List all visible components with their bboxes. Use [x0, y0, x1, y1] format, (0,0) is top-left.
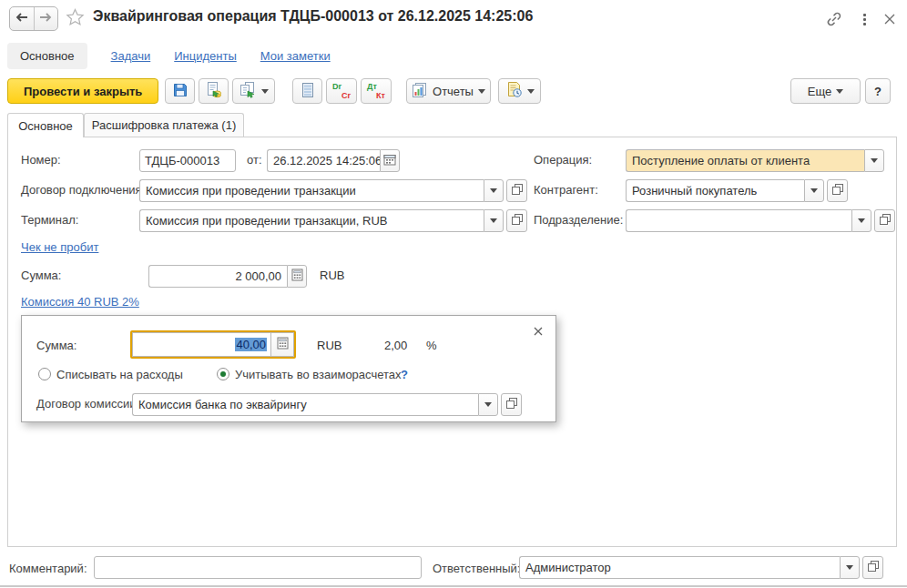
- title-bar: Эквайринговая операция ТДЦБ-000013 от 26…: [0, 0, 907, 38]
- department-field: [626, 209, 895, 232]
- dropdown-arrow-icon: [846, 565, 853, 570]
- tab-payment-details[interactable]: Расшифровка платежа (1): [84, 113, 244, 137]
- dt-kt-icon: ДтКт: [367, 82, 385, 100]
- operation-dropdown-button[interactable]: [864, 149, 884, 172]
- date-field: 26.12.2025 14:25:06: [267, 149, 400, 172]
- comment-input[interactable]: [94, 556, 422, 579]
- terminal-input[interactable]: Комиссия при проведении транзакции, RUB: [139, 209, 484, 232]
- nav-item-notes[interactable]: Мои заметки: [260, 49, 331, 63]
- operation-input[interactable]: Поступление оплаты от клиента: [626, 149, 864, 172]
- post-and-close-button[interactable]: Провести и закрыть: [7, 78, 158, 104]
- counterparty-field: Розничный покупатель: [626, 179, 848, 202]
- contract-input[interactable]: Комиссия при проведении транзакции: [139, 179, 484, 202]
- commission-contract-dropdown-button[interactable]: [478, 393, 498, 416]
- calendar-button[interactable]: [380, 149, 400, 172]
- back-button[interactable]: [10, 7, 34, 30]
- contract-open-button[interactable]: [506, 179, 527, 202]
- close-icon[interactable]: [880, 10, 900, 28]
- create-based-on-button[interactable]: [232, 78, 275, 104]
- calculator-button[interactable]: [287, 265, 307, 288]
- open-icon: [506, 398, 517, 411]
- responsible-open-button[interactable]: [862, 556, 883, 579]
- kebab-icon: [863, 14, 866, 25]
- popup-close-icon[interactable]: [532, 325, 545, 338]
- counterparty-dropdown-button[interactable]: [804, 179, 824, 202]
- create-based-on-icon: [239, 81, 257, 102]
- save-icon: [172, 82, 189, 101]
- scheduled-tasks-button[interactable]: [498, 78, 541, 104]
- calendar-icon: [383, 153, 396, 168]
- popup-percent-value: 2,00: [384, 339, 407, 352]
- radio-write-off-expenses[interactable]: [38, 368, 51, 380]
- tab-main[interactable]: Основное: [7, 113, 84, 137]
- receipt-not-printed-link[interactable]: Чек не пробит: [21, 240, 98, 254]
- number-field[interactable]: ТДЦБ-000013: [139, 149, 236, 172]
- nav-item-main[interactable]: Основное: [7, 43, 87, 69]
- forward-button[interactable]: [34, 7, 58, 30]
- get-link-icon[interactable]: [824, 10, 844, 28]
- document-clock-icon: [505, 81, 523, 101]
- nav-item-incidents[interactable]: Инциденты: [174, 49, 237, 63]
- save-button[interactable]: [165, 78, 195, 104]
- counterparty-open-button[interactable]: [827, 179, 848, 202]
- forward-arrow-icon: [38, 12, 53, 25]
- date-input[interactable]: 26.12.2025 14:25:06: [267, 149, 380, 172]
- popup-amount-field: 40,00: [130, 330, 296, 359]
- help-button[interactable]: ?: [865, 78, 891, 104]
- terminal-open-button[interactable]: [506, 209, 527, 232]
- popup-amount-input[interactable]: 40,00: [132, 332, 270, 357]
- responsible-field: Администратор: [519, 556, 883, 579]
- popup-help-link[interactable]: ?: [401, 368, 408, 381]
- command-bar: Провести и закрыть DrCr: [0, 76, 907, 109]
- commission-link[interactable]: Комиссия 40 RUB 2%: [21, 295, 139, 309]
- register-records-button[interactable]: [292, 78, 322, 104]
- contract-field: Комиссия при проведении транзакции: [139, 179, 527, 202]
- radio-settlements[interactable]: [217, 368, 229, 380]
- amount-currency: RUB: [320, 269, 344, 282]
- terminal-dropdown-button[interactable]: [484, 209, 504, 232]
- dt-kt-button[interactable]: ДтКт: [361, 78, 392, 104]
- nav-item-tasks[interactable]: Задачи: [111, 49, 151, 63]
- department-input[interactable]: [626, 209, 851, 232]
- more-menu-icon[interactable]: [854, 10, 874, 28]
- calculator-icon: [277, 337, 289, 352]
- reports-button[interactable]: Отчеты: [406, 78, 491, 104]
- dropdown-arrow-icon: [810, 188, 818, 193]
- amount-input[interactable]: 2 000,00: [148, 265, 287, 288]
- reports-icon: [412, 82, 428, 101]
- dr-cr-button[interactable]: DrCr: [326, 78, 357, 104]
- commission-contract-open-button[interactable]: [501, 393, 522, 416]
- open-icon: [512, 184, 523, 198]
- responsible-dropdown-button[interactable]: [840, 556, 860, 579]
- responsible-label: Ответственный:: [433, 562, 520, 575]
- radio-settlements-label: Учитывать во взаиморасчетах: [235, 368, 402, 381]
- reports-button-label: Отчеты: [433, 85, 474, 98]
- commission-contract-input[interactable]: Комиссия банка по эквайрингу: [132, 393, 478, 416]
- open-icon: [880, 214, 891, 228]
- back-arrow-icon: [15, 12, 29, 25]
- post-document-button[interactable]: [199, 78, 229, 104]
- operation-field: Поступление оплаты от клиента: [626, 149, 884, 172]
- popup-amount-label: Сумма:: [36, 339, 76, 352]
- dropdown-arrow-icon: [478, 89, 485, 94]
- window-bottom-border: [0, 585, 907, 587]
- more-actions-button[interactable]: Еще: [790, 78, 861, 104]
- contract-label: Договор подключения:: [21, 183, 145, 197]
- commission-contract-label: Договор комиссии:: [36, 397, 139, 411]
- number-label: Номер:: [21, 153, 61, 167]
- responsible-input[interactable]: Администратор: [519, 556, 840, 579]
- dropdown-arrow-icon: [490, 188, 497, 193]
- counterparty-input[interactable]: Розничный покупатель: [626, 179, 804, 202]
- contract-dropdown-button[interactable]: [484, 179, 504, 202]
- date-label: от:: [247, 153, 262, 167]
- selected-text: 40,00: [235, 338, 267, 351]
- page-title: Эквайринговая операция ТДЦБ-000013 от 26…: [93, 8, 533, 25]
- favorite-star-icon[interactable]: [66, 8, 85, 29]
- popup-percent-sign: %: [426, 339, 437, 352]
- dr-cr-icon: DrCr: [332, 82, 351, 100]
- popup-calculator-button[interactable]: [270, 332, 294, 357]
- section-nav: Основное Задачи Инциденты Мои заметки: [7, 40, 331, 71]
- register-records-icon: [301, 82, 315, 101]
- department-open-button[interactable]: [874, 209, 895, 232]
- department-dropdown-button[interactable]: [851, 209, 871, 232]
